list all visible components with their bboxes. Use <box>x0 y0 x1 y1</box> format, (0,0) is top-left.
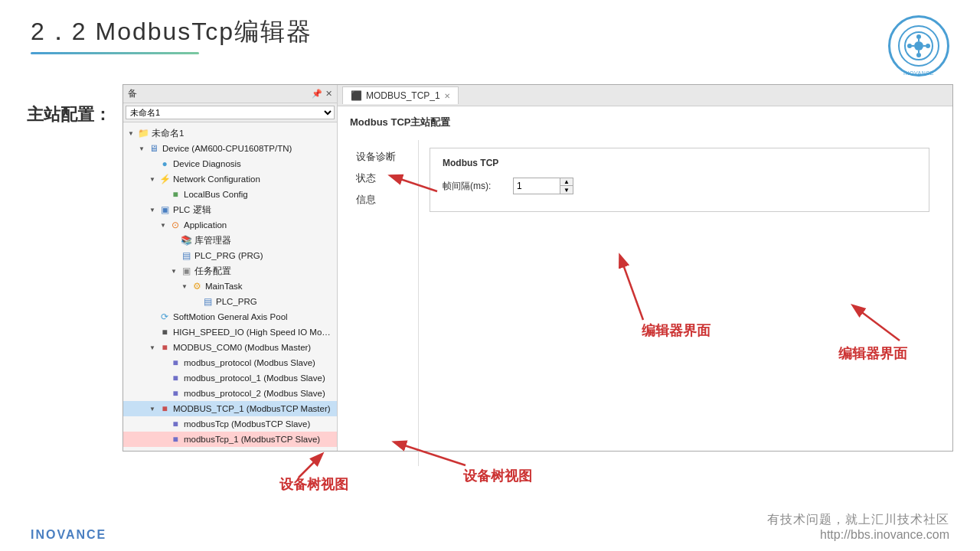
tree-annotation: 设备树视图 <box>276 447 352 494</box>
highspeed-icon: ■ <box>158 326 171 338</box>
expand-icon[interactable]: ▼ <box>180 282 189 291</box>
tree-item-label: modbus_protocol (Modbus Slave) <box>184 358 315 367</box>
expand-icon[interactable] <box>191 297 200 306</box>
expand-icon[interactable] <box>169 236 178 245</box>
panel-toolbar: 备 📌 ✕ <box>123 85 337 103</box>
editor-annotation-label: 编辑器界面 <box>838 344 907 363</box>
tree-item-lib[interactable]: 📚库管理器 <box>123 233 337 248</box>
tree-item-app[interactable]: ▼⊙Application <box>123 217 337 233</box>
svg-point-5 <box>926 44 930 48</box>
expand-icon[interactable] <box>158 190 168 199</box>
tree-item-modbus-tcp1[interactable]: ▼■MODBUS_TCP_1 (ModbusTCP Master) <box>123 401 337 416</box>
app-icon: ⊙ <box>169 219 181 231</box>
expand-icon[interactable] <box>158 435 168 444</box>
tree-item-softmotion[interactable]: ⟳SoftMotion General Axis Pool <box>123 309 337 324</box>
expand-icon[interactable] <box>158 358 168 367</box>
tree-item-label: PLC 逻辑 <box>173 204 211 216</box>
footer-right: 有技术问题，就上汇川技术社区 http://bbs.inovance.com <box>767 512 949 542</box>
close-icon[interactable]: ✕ <box>325 89 332 99</box>
expand-icon[interactable]: ▼ <box>158 220 168 230</box>
tab-close-icon[interactable]: ✕ <box>444 92 450 100</box>
spinner-up-button[interactable]: ▲ <box>560 178 573 186</box>
tree-item-label: SoftMotion General Axis Pool <box>173 312 288 321</box>
modbusslave-icon: ■ <box>169 372 181 384</box>
sidebar-label-section: 主站配置： <box>27 84 111 126</box>
diag-icon: ● <box>158 158 171 170</box>
section-title: Modbus TCP主站配置 <box>350 116 940 129</box>
tree-item-plcprg[interactable]: ▤PLC_PRG (PRG) <box>123 248 337 263</box>
editor-content: Modbus TCP主站配置 设备诊断状态信息 Modbus TCP 帧间隔(m… <box>338 106 952 451</box>
tab-modbus-tcp-1[interactable]: ⬛ MODBUS_TCP_1 ✕ <box>342 86 459 104</box>
tab-label: MODBUS_TCP_1 <box>366 90 440 101</box>
expand-icon[interactable] <box>158 450 168 451</box>
tree-item-network[interactable]: ▼⚡Network Configuration <box>123 171 337 187</box>
frame-interval-input[interactable] <box>514 179 560 193</box>
tab-icon: ⬛ <box>351 90 362 101</box>
logo-text: INOVANCE <box>890 70 947 76</box>
header: 2．2 ModbusTcp编辑器 INOVANCE <box>0 0 980 84</box>
tree-item-maintask[interactable]: ▼⚙MainTask <box>123 279 337 294</box>
tree-item-unnamed[interactable]: ▼📁未命名1 <box>123 126 337 141</box>
tree-item-label: LocalBus Config <box>184 190 248 199</box>
expand-icon[interactable] <box>158 419 168 429</box>
modbustcp-icon: ■ <box>158 403 171 415</box>
tree-item-label: PLC_PRG (PRG) <box>194 251 263 260</box>
tree-filter-select[interactable]: 未命名1 <box>126 106 335 119</box>
logo-inner <box>898 25 939 67</box>
expand-icon[interactable] <box>148 328 157 337</box>
tree-item-label: modbusTcp (ModbusTCP Slave) <box>184 419 310 429</box>
expand-icon[interactable] <box>148 312 157 321</box>
tree-item-device-diag[interactable]: ●Device Diagnosis <box>123 156 337 171</box>
expand-icon[interactable]: ▼ <box>137 144 146 153</box>
tree-item-plc[interactable]: ▼▣PLC 逻辑 <box>123 202 337 217</box>
expand-icon[interactable]: ▼ <box>169 266 178 276</box>
tree-item-device[interactable]: ▼🖥Device (AM600-CPU1608TP/TN) <box>123 141 337 156</box>
tree-item-modbus-p1[interactable]: ■modbus_protocol_1 (Modbus Slave) <box>123 370 337 386</box>
tree-item-modbus-tcp-s1[interactable]: ■modbusTcp_1 (ModbusTCP Slave) <box>123 432 337 447</box>
ide-window: 备 📌 ✕ 未命名1 ▼📁未命名1▼🖥Device (AM600-CPU <box>122 84 953 452</box>
modbustcpslave-icon: ■ <box>169 418 181 430</box>
main-label: 主站配置： <box>27 96 111 126</box>
expand-icon[interactable] <box>158 373 168 383</box>
frame-interval-input-group: ▲ ▼ <box>513 178 573 194</box>
pin-icon[interactable]: 📌 <box>312 89 322 99</box>
tree-item-label: HIGH_SPEED_IO (High Speed IO Modu... <box>173 328 334 337</box>
editor-annotation: 编辑器界面 <box>838 298 907 363</box>
svg-point-2 <box>916 34 921 39</box>
logo-svg-icon <box>903 31 934 61</box>
expand-icon[interactable]: ▼ <box>126 129 136 138</box>
tree-item-label: modbus_protocol_2 (Modbus Slave) <box>184 389 325 398</box>
expand-icon[interactable] <box>169 251 178 260</box>
arrow-to-editor <box>384 172 445 195</box>
expand-icon[interactable]: ▼ <box>148 205 157 214</box>
tree-item-highspeed[interactable]: ■HIGH_SPEED_IO (High Speed IO Modu... <box>123 324 337 340</box>
frame-interval-label: 帧间隔(ms): <box>443 180 504 193</box>
editor-nav-item-0[interactable]: 设备诊断 <box>350 146 418 168</box>
expand-icon[interactable] <box>148 159 157 168</box>
tree-item-modbus-p0[interactable]: ■modbus_protocol (Modbus Slave) <box>123 355 337 370</box>
spinner-down-button[interactable]: ▼ <box>560 186 573 194</box>
modbustcpslave-icon: ■ <box>169 448 181 451</box>
tree-item-modbus-tcp-s0[interactable]: ■modbusTcp (ModbusTCP Slave) <box>123 416 337 432</box>
tree-search: 未命名1 <box>123 103 337 122</box>
editor-panel: ⬛ MODBUS_TCP_1 ✕ Modbus TCP主站配置 设备诊断状态信息 <box>338 85 952 451</box>
arrow-to-editor2 <box>838 298 907 344</box>
expand-icon[interactable]: ▼ <box>148 343 157 352</box>
tree-item-plcprg2[interactable]: ▤PLC_PRG <box>123 294 337 309</box>
tree-panel: 备 📌 ✕ 未命名1 ▼📁未命名1▼🖥Device (AM600-CPU <box>123 85 338 451</box>
expand-icon[interactable] <box>158 389 168 398</box>
content-row: 主站配置： 备 📌 ✕ 未命名1 <box>0 84 980 506</box>
tree-body[interactable]: ▼📁未命名1▼🖥Device (AM600-CPU1608TP/TN)●Devi… <box>123 122 337 451</box>
tree-item-taskconfig[interactable]: ▼▣任务配置 <box>123 263 337 279</box>
tree-item-modbus-com0[interactable]: ▼■MODBUS_COM0 (Modbus Master) <box>123 340 337 355</box>
maintask-icon: ⚙ <box>191 280 203 292</box>
expand-icon[interactable]: ▼ <box>148 174 157 184</box>
lib-icon: 📚 <box>180 234 192 246</box>
main-wrapper: 2．2 ModbusTcp编辑器 INOVANCE <box>0 0 980 551</box>
prg-icon: ▤ <box>180 249 192 262</box>
tree-item-modbus-p2[interactable]: ■modbus_protocol_2 (Modbus Slave) <box>123 386 337 401</box>
tree-item-localbus[interactable]: ■LocalBus Config <box>123 187 337 202</box>
expand-icon[interactable]: ▼ <box>148 404 157 413</box>
community-text: 有技术问题，就上汇川技术社区 <box>767 512 949 528</box>
tree-item-label: Device (AM600-CPU1608TP/TN) <box>162 144 292 153</box>
